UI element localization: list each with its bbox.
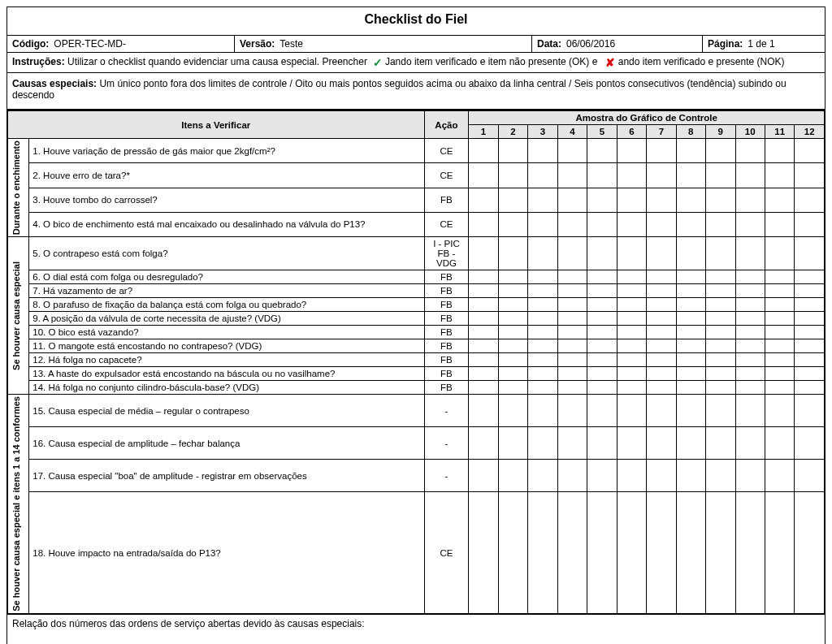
sample-cell[interactable]	[528, 353, 557, 367]
sample-cell[interactable]	[587, 188, 617, 212]
sample-cell[interactable]	[498, 395, 527, 427]
sample-cell[interactable]	[528, 139, 557, 163]
sample-cell[interactable]	[587, 139, 617, 163]
sample-cell[interactable]	[469, 237, 498, 270]
sample-cell[interactable]	[765, 212, 794, 236]
sample-cell[interactable]	[795, 339, 825, 353]
sample-cell[interactable]	[795, 460, 825, 492]
sample-cell[interactable]	[617, 212, 646, 236]
sample-cell[interactable]	[469, 326, 498, 339]
sample-cell[interactable]	[676, 270, 705, 284]
sample-cell[interactable]	[706, 212, 735, 236]
sample-cell[interactable]	[676, 367, 705, 381]
sample-cell[interactable]	[557, 188, 587, 212]
sample-cell[interactable]	[735, 237, 765, 270]
sample-cell[interactable]	[795, 395, 825, 427]
sample-cell[interactable]	[735, 367, 765, 381]
sample-cell[interactable]	[587, 237, 617, 270]
sample-cell[interactable]	[469, 427, 498, 460]
sample-cell[interactable]	[587, 367, 617, 381]
sample-cell[interactable]	[528, 312, 557, 326]
sample-cell[interactable]	[795, 212, 825, 236]
sample-cell[interactable]	[735, 460, 765, 492]
sample-cell[interactable]	[706, 312, 735, 326]
sample-cell[interactable]	[795, 298, 825, 312]
sample-cell[interactable]	[469, 339, 498, 353]
sample-cell[interactable]	[617, 312, 646, 326]
sample-cell[interactable]	[706, 395, 735, 427]
sample-cell[interactable]	[557, 367, 587, 381]
sample-cell[interactable]	[498, 163, 527, 188]
sample-cell[interactable]	[647, 326, 676, 339]
sample-cell[interactable]	[706, 284, 735, 298]
sample-cell[interactable]	[528, 395, 557, 427]
sample-cell[interactable]	[765, 367, 794, 381]
sample-cell[interactable]	[557, 460, 587, 492]
sample-cell[interactable]	[706, 492, 735, 614]
sample-cell[interactable]	[795, 237, 825, 270]
sample-cell[interactable]	[617, 188, 646, 212]
sample-cell[interactable]	[706, 188, 735, 212]
sample-cell[interactable]	[765, 270, 794, 284]
sample-cell[interactable]	[617, 163, 646, 188]
sample-cell[interactable]	[528, 339, 557, 353]
sample-cell[interactable]	[676, 163, 705, 188]
sample-cell[interactable]	[617, 326, 646, 339]
sample-cell[interactable]	[676, 492, 705, 614]
sample-cell[interactable]	[795, 353, 825, 367]
sample-cell[interactable]	[557, 284, 587, 298]
sample-cell[interactable]	[587, 492, 617, 614]
sample-cell[interactable]	[706, 237, 735, 270]
sample-cell[interactable]	[647, 284, 676, 298]
sample-cell[interactable]	[765, 284, 794, 298]
sample-cell[interactable]	[469, 270, 498, 284]
sample-cell[interactable]	[528, 270, 557, 284]
sample-cell[interactable]	[469, 395, 498, 427]
sample-cell[interactable]	[765, 492, 794, 614]
sample-cell[interactable]	[617, 353, 646, 367]
sample-cell[interactable]	[647, 312, 676, 326]
sample-cell[interactable]	[617, 270, 646, 284]
sample-cell[interactable]	[647, 492, 676, 614]
sample-cell[interactable]	[469, 188, 498, 212]
sample-cell[interactable]	[676, 284, 705, 298]
sample-cell[interactable]	[706, 298, 735, 312]
sample-cell[interactable]	[557, 381, 587, 395]
sample-cell[interactable]	[735, 339, 765, 353]
sample-cell[interactable]	[587, 270, 617, 284]
sample-cell[interactable]	[647, 188, 676, 212]
sample-cell[interactable]	[587, 395, 617, 427]
sample-cell[interactable]	[469, 139, 498, 163]
sample-cell[interactable]	[557, 298, 587, 312]
sample-cell[interactable]	[676, 298, 705, 312]
sample-cell[interactable]	[469, 492, 498, 614]
sample-cell[interactable]	[498, 367, 527, 381]
sample-cell[interactable]	[735, 284, 765, 298]
sample-cell[interactable]	[735, 381, 765, 395]
sample-cell[interactable]	[765, 139, 794, 163]
sample-cell[interactable]	[617, 139, 646, 163]
sample-cell[interactable]	[706, 381, 735, 395]
sample-cell[interactable]	[528, 427, 557, 460]
sample-cell[interactable]	[706, 427, 735, 460]
sample-cell[interactable]	[587, 284, 617, 298]
sample-cell[interactable]	[735, 139, 765, 163]
sample-cell[interactable]	[735, 353, 765, 367]
sample-cell[interactable]	[498, 460, 527, 492]
sample-cell[interactable]	[735, 312, 765, 326]
sample-cell[interactable]	[617, 298, 646, 312]
sample-cell[interactable]	[795, 326, 825, 339]
sample-cell[interactable]	[676, 237, 705, 270]
sample-cell[interactable]	[587, 460, 617, 492]
sample-cell[interactable]	[735, 270, 765, 284]
sample-cell[interactable]	[557, 492, 587, 614]
sample-cell[interactable]	[765, 163, 794, 188]
sample-cell[interactable]	[498, 312, 527, 326]
sample-cell[interactable]	[795, 367, 825, 381]
sample-cell[interactable]	[647, 395, 676, 427]
sample-cell[interactable]	[706, 339, 735, 353]
sample-cell[interactable]	[765, 312, 794, 326]
sample-cell[interactable]	[617, 395, 646, 427]
sample-cell[interactable]	[617, 237, 646, 270]
sample-cell[interactable]	[706, 353, 735, 367]
